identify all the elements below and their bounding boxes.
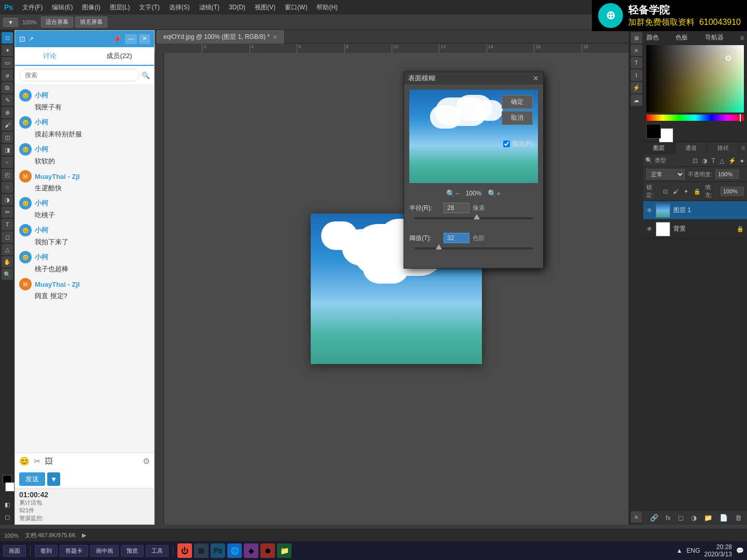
layer-icon-pixel[interactable]: ⊡ (691, 156, 699, 165)
strip-icon-4[interactable]: I (631, 69, 642, 81)
color-picker-dot[interactable] (726, 55, 731, 61)
lock-position-btn[interactable]: ✦ (683, 187, 689, 196)
foreground-color[interactable] (646, 124, 661, 138)
lock-paint-btn[interactable]: 🖌 (672, 187, 680, 195)
layer-2-visibility[interactable]: 👁 (646, 226, 653, 233)
tab-discuss[interactable]: 讨论 (15, 47, 85, 66)
tool-lasso[interactable]: ⌀ (2, 69, 13, 81)
emoji-icon[interactable]: 😊 (19, 456, 30, 466)
panel-menu-icon[interactable]: ≡ (740, 34, 744, 41)
bg-color-swatch[interactable] (5, 482, 15, 492)
taskbar-power-icon[interactable]: ⏻ (177, 543, 192, 558)
close-chat-btn[interactable]: ✕ (139, 34, 150, 44)
opacity-input[interactable] (715, 170, 739, 179)
lock-all-btn[interactable]: 🔒 (693, 187, 702, 196)
layers-tab-channels[interactable]: 通道 (675, 142, 708, 155)
tool-stamp[interactable]: ◫ (2, 132, 13, 143)
layer-icon-text[interactable]: T (710, 156, 716, 165)
tool-eyedropper[interactable]: ✎ (2, 94, 13, 106)
tool-select[interactable]: ▭ (2, 57, 13, 68)
strip-icon-1[interactable]: ⊞ (631, 32, 642, 44)
nav-tab-label[interactable]: 导航器 (705, 33, 724, 42)
taskbar-ps-icon[interactable]: Ps (211, 543, 225, 558)
tool-brush[interactable]: 🖌 (2, 119, 13, 131)
tool-move[interactable]: ✦ (2, 45, 13, 56)
delete-layer-btn[interactable]: 🗑 (733, 513, 744, 523)
background-color[interactable] (659, 128, 673, 143)
taskbar-btn-2[interactable]: 答题卡 (60, 545, 88, 557)
menu-select[interactable]: 选择(S) (165, 2, 194, 13)
tab-members[interactable]: 成员(22) (85, 47, 154, 65)
taskbar-record-icon[interactable]: ⏺ (260, 543, 275, 558)
tool-heal[interactable]: ⊕ (2, 107, 13, 118)
layer-icon-shape[interactable]: △ (718, 156, 725, 165)
fx-btn[interactable]: fx (663, 513, 673, 523)
file-tab-active[interactable]: eqiOYd.jpg @ 100% (图层 1, RGB/8) * ✕ (157, 30, 284, 44)
taskbar-up-arrow[interactable]: ▲ (676, 547, 683, 554)
taskbar-btn-3[interactable]: 画中画 (90, 545, 119, 557)
image-icon[interactable]: 🖼 (45, 457, 53, 466)
taskbar-btn-1[interactable]: 签到 (35, 545, 58, 557)
dialog-confirm-btn[interactable]: 确定 (502, 95, 533, 109)
zoom-in-btn[interactable]: 🔍+ (485, 188, 504, 199)
strip-icon-6[interactable]: ☁ (631, 94, 642, 106)
menu-3d[interactable]: 3D(D) (225, 3, 250, 12)
blend-mode-select[interactable]: 正常 溶解 正片叠底 (646, 169, 685, 179)
dialog-cancel-btn[interactable]: 取消 (502, 111, 533, 125)
menu-layer[interactable]: 图层(L) (106, 2, 134, 13)
file-tab-close[interactable]: ✕ (273, 34, 277, 40)
tool-shape[interactable]: △ (2, 244, 13, 255)
strip-icon-bottom[interactable]: ≡ (631, 511, 642, 523)
threshold-input[interactable]: 32 (444, 233, 469, 243)
taskbar-folder-icon[interactable]: 📁 (277, 543, 292, 558)
add-mask-btn[interactable]: ◻ (676, 513, 686, 523)
zoom-out-btn[interactable]: 🔍− (443, 188, 462, 199)
taskbar-app-icon[interactable]: ◆ (244, 543, 258, 558)
tool-eraser[interactable]: ▫ (2, 157, 13, 168)
taskbar-btn-4[interactable]: 预览 (121, 545, 144, 557)
menu-image[interactable]: 图像(I) (78, 2, 104, 13)
taskbar-btn-0[interactable]: 画面 (3, 545, 26, 557)
layers-tab-layers[interactable]: 图层 (643, 142, 675, 155)
scissors-icon[interactable]: ✂ (34, 456, 40, 466)
send-button[interactable]: 发送 (19, 472, 45, 486)
palette-tab-label[interactable]: 色板 (675, 33, 688, 42)
radius-slider-thumb[interactable] (474, 214, 480, 219)
tool-pen[interactable]: ✏ (2, 206, 13, 218)
layers-tab-paths[interactable]: 路径 (707, 142, 739, 155)
tool-blur[interactable]: ○ (2, 181, 13, 193)
layer-icon-smart[interactable]: ⚡ (727, 156, 737, 165)
new-group-btn[interactable]: 📁 (702, 513, 714, 523)
menu-window[interactable]: 窗口(W) (281, 2, 311, 13)
strip-icon-2[interactable]: ≡ (631, 45, 642, 56)
color-gradient[interactable] (646, 45, 744, 113)
tool-crop[interactable]: ⧉ (2, 82, 13, 93)
tool-hand[interactable]: ✋ (2, 256, 13, 268)
hue-slider[interactable] (646, 115, 744, 121)
new-adjustment-btn[interactable]: ◑ (689, 513, 699, 523)
menu-edit[interactable]: 编辑(E) (48, 2, 77, 13)
radius-input[interactable]: 28 (444, 203, 469, 213)
menu-help[interactable]: 帮助(H) (312, 2, 342, 13)
notification-icon[interactable]: 💬 (736, 547, 744, 554)
tool-path[interactable]: ◻ (2, 231, 13, 243)
tool-history[interactable]: ◨ (2, 144, 13, 156)
strip-icon-3[interactable]: T (631, 57, 642, 68)
layers-menu-icon[interactable]: ≡ (739, 142, 747, 155)
pin-btn[interactable]: 📌 (110, 34, 123, 44)
tool-share[interactable]: ⊡ (2, 32, 13, 44)
menu-view[interactable]: 视图(V) (251, 2, 280, 13)
tool-dodge[interactable]: ◑ (2, 194, 13, 205)
tool-gradient[interactable]: ◰ (2, 169, 13, 180)
dialog-titlebar[interactable]: 表面模糊 ✕ (404, 72, 543, 85)
layer-icon-adj[interactable]: ◑ (701, 156, 708, 165)
layer-toggle[interactable]: ● (739, 156, 745, 165)
tool-quick-mask[interactable]: ◧ (2, 499, 13, 510)
preview-checkbox[interactable] (503, 141, 510, 147)
threshold-slider-track[interactable] (414, 247, 533, 249)
fill-input[interactable] (721, 187, 744, 196)
color-tab-label[interactable]: 颜色 (646, 33, 659, 42)
surface-blur-dialog[interactable]: 表面模糊 ✕ 确定 (404, 72, 544, 269)
layer-1-visibility[interactable]: 👁 (646, 207, 653, 214)
send-dropdown-btn[interactable]: ▼ (47, 472, 60, 486)
